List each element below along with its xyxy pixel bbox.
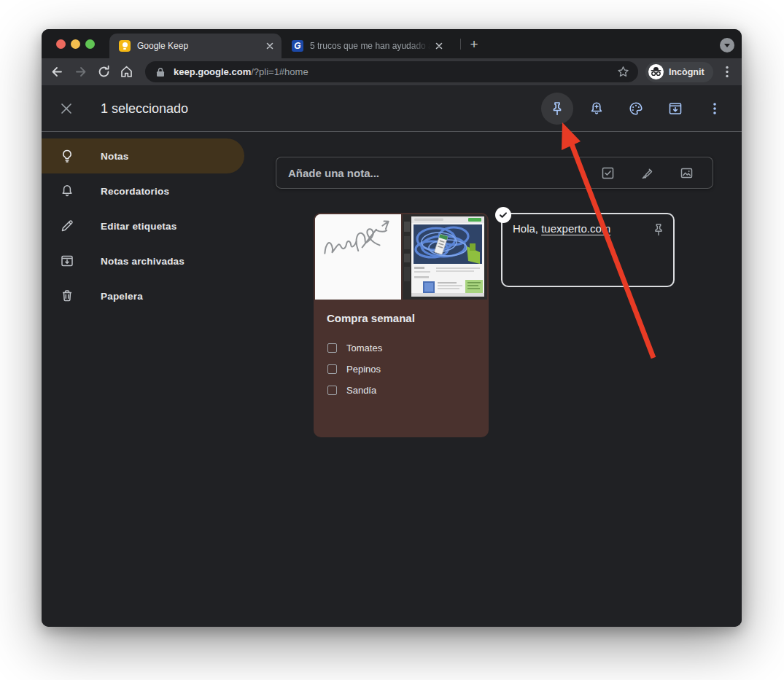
color-palette-button[interactable] [628, 101, 644, 117]
handwritten-drawing-image [315, 214, 401, 300]
url-bar[interactable]: keep.google.com/?pli=1#home [145, 61, 638, 82]
incognito-badge[interactable]: Incògnit [645, 62, 713, 82]
back-button[interactable] [50, 64, 65, 79]
new-tab-button[interactable]: + [465, 36, 483, 53]
browser-window: Google Keep G 5 trucos que me han ayudad… [42, 29, 742, 627]
lock-icon [156, 67, 165, 77]
browser-menu-button[interactable] [721, 64, 733, 79]
note-hola-tuexperto[interactable]: Hola, tuexperto.com [501, 213, 675, 287]
add-note-placeholder: Añade una nota... [288, 167, 601, 179]
sidebar-item-notas[interactable]: Notas [42, 138, 244, 173]
sidebar-item-label: Notas [101, 151, 129, 162]
tuexperto-favicon-icon: G [292, 40, 303, 52]
incognito-icon [648, 64, 664, 79]
pin-button[interactable] [549, 101, 565, 117]
tab-search-button[interactable] [720, 38, 734, 52]
trash-icon [60, 289, 74, 303]
checklist-item-label: Tomates [346, 343, 382, 353]
desktop: Google Keep G 5 trucos que me han ayudad… [0, 0, 784, 680]
checkbox-unchecked-icon[interactable] [327, 343, 337, 353]
lightbulb-icon [60, 149, 74, 163]
new-image-icon[interactable] [680, 166, 694, 180]
forward-button[interactable] [73, 64, 88, 79]
note-text: Hola, tuexperto.com [513, 222, 610, 235]
incognito-label: Incògnit [669, 67, 705, 77]
sidebar-item-label: Editar etiquetas [101, 221, 176, 232]
sidebar-item-label: Recordatorios [101, 186, 169, 197]
new-checklist-icon[interactable] [601, 166, 615, 180]
checklist-item[interactable]: Tomates [327, 340, 382, 355]
archive-icon [60, 254, 74, 268]
note-title: Compra semanal [327, 312, 415, 324]
checkbox-unchecked-icon[interactable] [327, 386, 337, 395]
chevron-down-icon [724, 44, 730, 47]
selection-count-label: 1 seleccionado [101, 85, 188, 132]
more-options-button[interactable] [709, 101, 721, 117]
add-reminder-button[interactable] [589, 101, 605, 117]
tab-tuexperto-article[interactable]: G 5 trucos que me han ayudado a [284, 34, 451, 58]
close-tab-icon[interactable] [433, 40, 445, 52]
checkmark-icon [499, 211, 508, 219]
sidebar-item-editar-etiquetas[interactable]: Editar etiquetas [42, 208, 244, 243]
tab-strip: Google Keep G 5 trucos que me han ayudad… [42, 29, 742, 58]
bookmark-star-icon[interactable] [617, 66, 629, 78]
checklist-item[interactable]: Sandía [327, 383, 376, 397]
add-note-input[interactable]: Añade una nota... [276, 157, 713, 189]
keep-favicon-icon [119, 40, 131, 52]
home-button[interactable] [119, 64, 134, 79]
zoom-window-button[interactable] [85, 39, 95, 49]
pencil-icon [60, 219, 74, 233]
selected-check-badge[interactable] [495, 207, 511, 223]
checklist-item[interactable]: Pepinos [327, 362, 381, 376]
url-text: keep.google.com/?pli=1#home [174, 66, 617, 77]
sidebar-item-notas-archivadas[interactable]: Notas archivadas [42, 243, 244, 278]
note-pin-icon[interactable] [651, 222, 666, 237]
keep-content: Notas Recordatorios Editar etiquetas Not… [42, 132, 742, 627]
browser-toolbar: keep.google.com/?pli=1#home Incògnit [42, 58, 742, 85]
bell-icon [60, 184, 74, 198]
tab-divider [460, 39, 461, 50]
reload-button[interactable] [96, 64, 112, 79]
close-tab-icon[interactable] [264, 40, 276, 52]
tab-title: Google Keep [137, 41, 264, 51]
note-compra-semanal[interactable]: Compra semanal Tomates Pepinos Sandía [314, 213, 489, 437]
checkbox-unchecked-icon[interactable] [327, 364, 337, 374]
archive-button[interactable] [667, 101, 683, 117]
sidebar-item-label: Notas archivadas [101, 256, 185, 267]
tab-title: 5 trucos que me han ayudado a [310, 41, 433, 51]
sidebar-item-label: Papelera [101, 291, 143, 302]
tab-google-keep[interactable]: Google Keep [109, 34, 282, 58]
close-window-button[interactable] [56, 39, 66, 49]
sidebar-item-recordatorios[interactable]: Recordatorios [42, 173, 244, 208]
url-path: /?pli=1#home [251, 66, 308, 77]
checklist-item-label: Pepinos [346, 364, 381, 375]
minimize-window-button[interactable] [71, 39, 80, 49]
note-images [315, 214, 487, 300]
checklist-item-label: Sandía [346, 385, 376, 396]
sidebar-item-papelera[interactable]: Papelera [42, 278, 244, 313]
note-text-prefix: Hola, [513, 222, 541, 235]
url-domain: keep.google.com [174, 66, 251, 77]
clear-selection-button[interactable] [60, 102, 73, 115]
webpage-screenshot-image [403, 214, 487, 300]
new-drawing-icon[interactable] [640, 166, 654, 180]
note-link[interactable]: tuexperto.com [541, 222, 610, 235]
